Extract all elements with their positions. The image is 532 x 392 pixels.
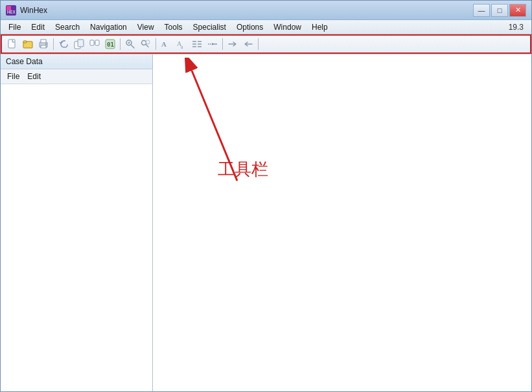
text-icon: A <box>161 39 171 49</box>
annotation-text: 工具栏 <box>218 158 268 181</box>
toolbar-forward-button[interactable] <box>226 37 240 51</box>
svg-line-40 <box>192 71 237 181</box>
title-text: WinHex <box>20 6 47 15</box>
toolbar-sep-3 <box>156 38 156 50</box>
toolbar-find-button[interactable] <box>123 37 137 51</box>
title-controls: — □ ✕ <box>473 4 526 17</box>
compare-icon <box>192 39 202 49</box>
title-bar: HEX WinHex — □ ✕ <box>1 1 531 20</box>
toolbar-sep-1 <box>53 38 54 50</box>
filesplit-icon <box>89 39 100 49</box>
toolbar-sep-2 <box>120 38 121 50</box>
toolbar-findall-button[interactable] <box>139 37 153 51</box>
toolbar-special-button[interactable]: 01 <box>103 37 117 51</box>
toolbar: 01 <box>1 34 531 54</box>
undo-icon <box>58 39 69 49</box>
annotation-arrow-svg <box>159 58 354 200</box>
toolbar-back-button[interactable] <box>241 37 255 51</box>
main-container: Case Data File Edit 工具栏 <box>1 54 531 391</box>
case-data-content <box>1 84 152 391</box>
menu-specialist[interactable]: Specialist <box>188 20 231 34</box>
maximize-button[interactable]: □ <box>491 4 508 17</box>
svg-line-19 <box>131 45 134 48</box>
toolbar-new-button[interactable] <box>5 37 19 51</box>
toolbar-sep-4 <box>222 38 223 50</box>
menu-bar: File Edit Search Navigation View Tools S… <box>1 20 531 34</box>
menu-options[interactable]: Options <box>231 20 268 34</box>
svg-rect-14 <box>95 40 99 45</box>
title-bar-left: HEX WinHex <box>6 5 47 16</box>
svg-rect-12 <box>78 40 84 47</box>
menu-help[interactable]: Help <box>306 20 333 34</box>
toolbar-print-button[interactable] <box>36 37 51 51</box>
case-data-header: Case Data <box>1 54 152 69</box>
texta-icon: A a <box>176 39 187 49</box>
toolbar-clone-button[interactable] <box>72 37 86 51</box>
clone-icon <box>74 39 84 49</box>
toolbar-filesplit-button[interactable] <box>87 37 102 51</box>
svg-rect-3 <box>8 40 15 48</box>
case-file-menu[interactable]: File <box>5 71 22 82</box>
toolbar-undo-button[interactable] <box>56 37 71 51</box>
menu-file[interactable]: File <box>3 20 26 34</box>
menu-search[interactable]: Search <box>50 20 85 34</box>
svg-text:HEX: HEX <box>7 10 16 15</box>
svg-rect-7 <box>41 40 46 43</box>
open-folder-icon <box>23 39 33 49</box>
svg-text:A: A <box>161 40 167 48</box>
toolbar-compare-button[interactable] <box>190 37 204 51</box>
findall-icon <box>141 39 151 49</box>
toolbar-merge-button[interactable] <box>205 37 220 51</box>
toolbar-text-button[interactable]: A <box>159 37 173 51</box>
svg-text:a: a <box>181 44 183 49</box>
menu-navigation[interactable]: Navigation <box>85 20 132 34</box>
toolbar-area: 01 <box>1 34 531 54</box>
print-icon <box>38 39 49 49</box>
menu-window[interactable]: Window <box>268 20 306 34</box>
forward-icon <box>227 39 238 49</box>
close-button[interactable]: ✕ <box>509 4 526 17</box>
svg-text:01: 01 <box>107 41 114 48</box>
menu-edit[interactable]: Edit <box>26 20 50 34</box>
merge-icon <box>207 39 218 49</box>
find-icon <box>125 39 135 49</box>
right-panel: 工具栏 <box>153 54 531 391</box>
special-icon: 01 <box>105 39 115 49</box>
minimize-button[interactable]: — <box>473 4 490 17</box>
menu-tools[interactable]: Tools <box>159 20 188 34</box>
back-icon <box>243 39 253 49</box>
toolbar-open-button[interactable] <box>21 37 35 51</box>
case-edit-menu[interactable]: Edit <box>25 71 43 82</box>
svg-point-9 <box>45 43 47 45</box>
case-data-menu: File Edit <box>1 69 152 84</box>
svg-rect-5 <box>23 41 27 43</box>
svg-rect-8 <box>41 45 46 48</box>
toolbar-sep-5 <box>258 38 259 50</box>
main-window: HEX WinHex — □ ✕ File Edit Search Naviga… <box>0 0 532 392</box>
toolbar-texta-button[interactable]: A a <box>174 37 189 51</box>
svg-marker-36 <box>212 43 214 45</box>
svg-line-23 <box>146 45 148 47</box>
left-panel: Case Data File Edit <box>1 54 153 391</box>
app-icon: HEX <box>6 5 16 16</box>
version-label: 19.3 <box>509 23 529 32</box>
new-file-icon <box>7 39 17 49</box>
menu-view[interactable]: View <box>132 20 159 34</box>
svg-rect-13 <box>90 40 94 45</box>
